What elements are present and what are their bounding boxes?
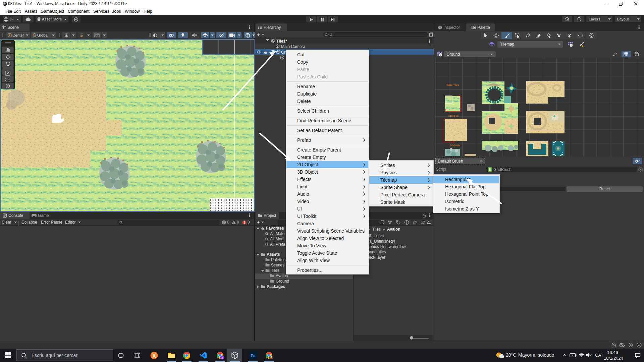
svg-text:96x96 tile: 96x96 tile [450, 144, 460, 146]
svg-text:Ps: Ps [251, 354, 255, 358]
svg-text:J: J [222, 356, 223, 359]
svg-text:96x96 tile: 96x96 tile [448, 115, 459, 117]
svg-text:Base Tiles: Base Tiles [446, 83, 459, 86]
